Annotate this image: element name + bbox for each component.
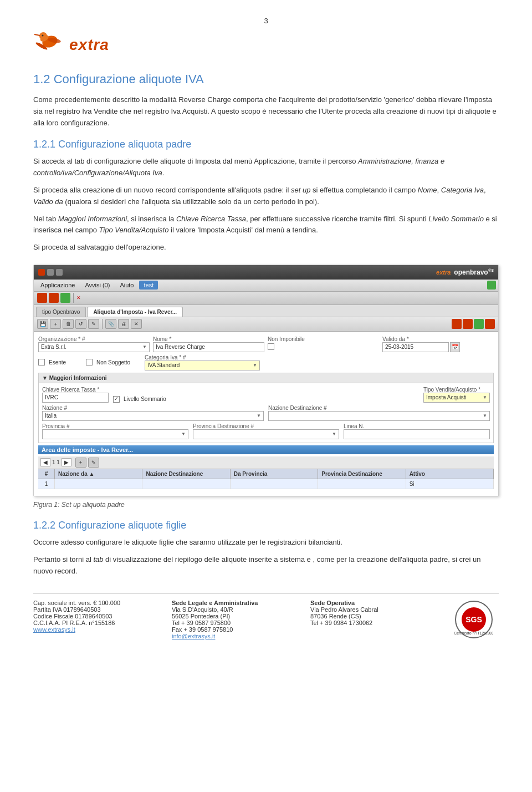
footer-col3-title: Sede Operativa <box>310 600 438 606</box>
grid-col-nazione-da: Nazione da ▲ <box>55 469 142 479</box>
menu-test[interactable]: test <box>139 281 158 290</box>
section-heading-1-2-1: 1.2.1 Configurazione aliquota padre <box>33 139 499 150</box>
org-label: Organizzazione * # <box>38 336 150 342</box>
status-red2-icon <box>463 319 473 329</box>
para-3: Nel tab Maggiori Informazioni, si inseri… <box>33 214 499 237</box>
grid-col-prov-dest: Provincia Destinazione <box>318 469 406 479</box>
para-1: Si acceda al tab di configurazione delle… <box>33 156 499 179</box>
livello-sommario-checkbox[interactable] <box>113 396 120 403</box>
footer-col1-line4: C.C.I.A.A. PI R.E.A. n°155186 <box>33 620 161 626</box>
grid-pagination-prev[interactable]: ◀ <box>40 458 50 466</box>
nazione-dest-label: Nazione Destinazione # <box>268 405 490 411</box>
footer-col4: SGS Certificato n°IT12/0383 <box>449 600 499 639</box>
nome-field[interactable]: Iva Reverse Charge <box>153 342 264 352</box>
logo-bird-icon <box>33 31 66 61</box>
tb-add-icon[interactable]: ＋ <box>50 319 61 329</box>
footer-col2-link[interactable]: info@extrasys.it <box>172 633 215 639</box>
grid-cell-num: 1 <box>38 479 55 489</box>
figure-caption: Figura 1: Set up aliquota padre <box>33 501 499 509</box>
nav-btn-green-icon[interactable] <box>487 281 496 290</box>
svg-text:Certificato n°IT12/0383: Certificato n°IT12/0383 <box>454 631 493 635</box>
status-red-icon <box>452 319 462 329</box>
grid-pagination-num: 1 1 <box>52 459 60 465</box>
svg-point-6 <box>42 35 44 37</box>
footer-col3-line3: Tel + 39 0984 1730062 <box>310 620 438 626</box>
menu-aiuto[interactable]: Aiuto <box>115 281 138 290</box>
non-imponibile-checkbox[interactable] <box>268 343 274 350</box>
table-row[interactable]: 1 Si <box>38 479 494 489</box>
grid-col-da-prov: Da Provincia <box>231 469 318 479</box>
menu-avvisi[interactable]: Avvisi (0) <box>80 281 114 290</box>
grid-cell-da-prov <box>231 479 318 489</box>
footer-col3-line2: 87036 Rende (CS) <box>310 613 438 620</box>
footer-col1-line2: Partita IVA 01789640503 <box>33 606 161 613</box>
footer-col2: Sede Legale e Amministrativa Via S.D'Acq… <box>172 600 299 639</box>
logo-text: extra <box>69 36 109 54</box>
esente-checkbox[interactable] <box>38 359 45 365</box>
tab-aliquota[interactable]: Aliquota d'Imposta - Iva Rever... <box>87 307 183 317</box>
nazione-dest-field[interactable]: ▼ <box>268 411 490 421</box>
footer-col1-link[interactable]: www.extrasys.it <box>33 626 75 633</box>
grid-cell-nazione-da <box>55 479 142 489</box>
cat-iva-label: Categoria Iva * # <box>145 354 260 361</box>
chiave-label: Chiave Ricerca Tassa * <box>42 387 109 393</box>
grid-pagination-next[interactable]: ▶ <box>62 458 71 466</box>
tb-print-icon[interactable]: 🖨 <box>118 319 129 329</box>
toolbar-x-icon: ✕ <box>76 295 81 301</box>
tb-del-icon[interactable]: 🗑 <box>63 319 74 329</box>
provincia-field[interactable]: ▼ <box>42 429 188 439</box>
min-btn-icon <box>47 269 54 276</box>
linea-field[interactable] <box>344 429 490 439</box>
provincia-dest-label: Provincia Destinazione # <box>193 423 339 429</box>
non-imponibile-label: Non Imponibile <box>268 336 379 342</box>
screenshot-box: extra openbravo®3 Applicazione Avvisi (0… <box>33 265 499 496</box>
tb-save-icon[interactable]: 💾 <box>37 319 48 329</box>
footer-col1-line1: Cap. sociale int. vers. € 100.000 <box>33 600 161 606</box>
logo-area: extra <box>33 31 499 61</box>
footer-col2-line2: 56025 Pontedera (PI) <box>172 613 299 620</box>
footer-col2-title: Sede Legale e Amministrativa <box>172 600 299 606</box>
provincia-label: Provincia # <box>42 423 188 429</box>
org-field[interactable]: Extra S.r.l. ▼ <box>38 342 150 352</box>
provincia-dest-field[interactable]: ▼ <box>193 429 339 439</box>
toolbar-nav-red2-icon[interactable] <box>49 293 59 303</box>
grid-edit-icon[interactable]: ✎ <box>88 458 99 468</box>
valido-da-field[interactable]: 25-03-2015 <box>382 342 449 352</box>
app-openbravo-logo: openbravo®3 <box>454 268 494 276</box>
sgs-badge: SGS Certificato n°IT12/0383 <box>454 600 493 639</box>
status-red3-icon <box>485 319 495 329</box>
page-footer: Cap. sociale int. vers. € 100.000 Partit… <box>33 593 499 639</box>
footer-col3: Sede Operativa Via Pedro Alvares Cabral … <box>310 600 438 639</box>
tb-edit-icon[interactable]: ✎ <box>88 319 99 329</box>
menu-applicazione[interactable]: Applicazione <box>36 281 79 290</box>
footer-col1-line3: Codice Fiscale 01789640503 <box>33 613 161 620</box>
non-soggetto-checkbox[interactable] <box>86 359 93 365</box>
grid-col-nazione-dest: Nazione Destinazione <box>142 469 230 479</box>
page-number: 3 <box>33 17 499 25</box>
toolbar-nav-green-icon[interactable] <box>60 293 70 303</box>
tab-openbravo[interactable]: tipo Openbravo <box>36 307 86 317</box>
footer-col2-line4: Fax + 39 0587 975810 <box>172 626 299 633</box>
section1-2-p1: Occorre adesso configurare le aliquote f… <box>33 537 499 549</box>
grid-cell-prov-dest <box>318 479 406 489</box>
app-toolbar2: 💾 ＋ 🗑 ↺ ✎ 📎 🖨 ✕ <box>34 317 498 332</box>
tb-refresh-icon[interactable]: ↺ <box>75 319 86 329</box>
grid-cell-attivo: Si <box>406 479 494 489</box>
tb-attach-icon[interactable]: 📎 <box>105 319 116 329</box>
calendar-icon[interactable]: 📅 <box>450 342 460 352</box>
cat-iva-field[interactable]: IVA Standard ▼ <box>145 361 260 370</box>
tipo-vendita-field[interactable]: Imposta Acquisti ▼ <box>423 393 490 403</box>
footer-col3-line1: Via Pedro Alvares Cabral <box>310 606 438 613</box>
chiave-field[interactable]: IVRC <box>42 393 109 403</box>
app-menubar: Applicazione Avvisi (0) Aiuto test <box>34 280 498 292</box>
maggiori-info-tab[interactable]: ▼ Maggiori Informazioni <box>39 373 493 383</box>
grid-add-icon[interactable]: ＋ <box>75 458 86 468</box>
section-intro: Come precedentemente descritto la modali… <box>33 94 499 129</box>
section1-2-p2: Pertanto si torni al tab di visualizzazi… <box>33 554 499 577</box>
toolbar-nav-red-icon[interactable] <box>37 293 47 303</box>
para-4: Si proceda al salvataggio dell'operazion… <box>33 242 499 253</box>
nazione-field[interactable]: Italia ▼ <box>42 411 264 421</box>
grid-table: # Nazione da ▲ Nazione Destinazione Da P… <box>38 469 494 489</box>
valido-da-label: Valido da * <box>382 336 494 342</box>
tb-close-icon[interactable]: ✕ <box>131 319 142 329</box>
